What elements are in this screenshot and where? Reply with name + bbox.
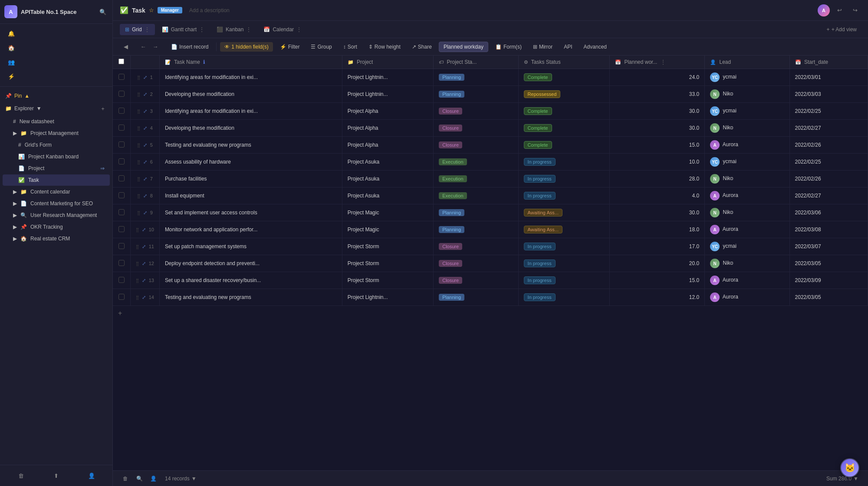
tab-calendar[interactable]: 📅 Calendar ⋮ bbox=[258, 24, 307, 35]
hidden-fields-button[interactable]: 👁 1 hidden field(s) bbox=[220, 42, 273, 52]
tab-gantt[interactable]: 📊 Gantt chart ⋮ bbox=[157, 24, 210, 35]
row-checkbox[interactable] bbox=[118, 294, 125, 300]
drag-handle[interactable]: ⣿ bbox=[136, 227, 139, 232]
table-row[interactable]: ⣿ ⤢ 13 Set up a shared disaster recovery… bbox=[113, 272, 868, 289]
row-height-button[interactable]: ⇕ Row height bbox=[364, 42, 405, 52]
insert-record-button[interactable]: 📄 Insert record bbox=[167, 42, 213, 52]
sidebar-item-real-estate[interactable]: ▶ 🏠 Real estate CRM bbox=[3, 233, 110, 244]
search-button[interactable]: 🔍 bbox=[98, 7, 108, 17]
tab-grid[interactable]: ⊞ Grid ⋮ bbox=[120, 24, 155, 35]
row-expand-button[interactable]: ⤢ bbox=[143, 108, 147, 114]
back-button[interactable]: ← bbox=[138, 42, 148, 52]
add-view-button[interactable]: + + Add view bbox=[822, 25, 861, 34]
col-planned-more[interactable]: ⋮ bbox=[659, 59, 667, 65]
drag-handle[interactable]: ⣿ bbox=[137, 109, 140, 114]
row-checkbox[interactable] bbox=[118, 175, 125, 181]
share-button[interactable]: ↗ Share bbox=[408, 42, 436, 52]
proj-status-badge[interactable]: Closure bbox=[439, 108, 462, 115]
sidebar-item-kanban[interactable]: 📊 Project Kanban board bbox=[3, 151, 110, 162]
grid-tab-more[interactable]: ⋮ bbox=[145, 26, 150, 33]
nav-notifications[interactable]: 🔔 bbox=[3, 27, 110, 40]
row-checkbox[interactable] bbox=[118, 74, 125, 80]
sidebar-toggle-button[interactable]: ◀ bbox=[120, 41, 132, 53]
star-icon[interactable]: ☆ bbox=[149, 7, 154, 13]
col-checkbox[interactable] bbox=[113, 56, 130, 69]
nav-home[interactable]: 🏠 bbox=[3, 41, 110, 55]
sidebar-item-grids-form[interactable]: # Grid's Form bbox=[3, 139, 110, 151]
task-status-badge[interactable]: Awaiting Ass... bbox=[524, 209, 562, 217]
table-row[interactable]: ⣿ ⤢ 6 Assess usability of hardware Proje… bbox=[113, 154, 868, 171]
proj-status-badge[interactable]: Closure bbox=[439, 125, 462, 131]
undo-button[interactable]: ↩ bbox=[833, 4, 845, 16]
table-row[interactable]: ⣿ ⤢ 12 Deploy endpoint detection and pre… bbox=[113, 255, 868, 272]
col-project[interactable]: 📁 Project bbox=[342, 56, 433, 69]
task-status-badge[interactable]: In progress bbox=[524, 243, 556, 250]
row-checkbox[interactable] bbox=[118, 260, 125, 266]
add-row-button[interactable]: + bbox=[113, 306, 868, 321]
col-task-name[interactable]: 📝 Task Name ℹ bbox=[159, 56, 342, 69]
select-all-checkbox[interactable] bbox=[118, 59, 124, 64]
search-bottom-button[interactable]: 🔍 bbox=[134, 473, 145, 484]
row-expand-button[interactable]: ⤢ bbox=[143, 159, 147, 164]
row-checkbox[interactable] bbox=[118, 192, 125, 198]
kanban-tab-more[interactable]: ⋮ bbox=[246, 26, 251, 33]
row-checkbox[interactable] bbox=[118, 108, 125, 114]
proj-status-badge[interactable]: Execution bbox=[439, 192, 467, 199]
task-status-badge[interactable]: In progress bbox=[524, 175, 556, 183]
row-expand-button[interactable]: ⤢ bbox=[142, 261, 146, 266]
table-row[interactable]: ⣿ ⤢ 2 Developing these modification Proj… bbox=[113, 86, 868, 103]
row-expand-button[interactable]: ⤢ bbox=[143, 176, 147, 181]
table-row[interactable]: ⣿ ⤢ 8 Install equipment Project Asuka Ex… bbox=[113, 187, 868, 204]
row-checkbox[interactable] bbox=[118, 91, 125, 97]
task-status-badge[interactable]: Complete bbox=[524, 107, 552, 115]
table-row[interactable]: ⣿ ⤢ 3 Identifying areas for modification… bbox=[113, 103, 868, 120]
row-checkbox[interactable] bbox=[118, 277, 125, 283]
group-button[interactable]: ☰ Group bbox=[306, 42, 336, 52]
row-expand-button[interactable]: ⤢ bbox=[143, 125, 147, 131]
pin-section[interactable]: 📌 Pin ▲ bbox=[0, 90, 112, 102]
row-expand-button[interactable]: ⤢ bbox=[143, 75, 147, 80]
col-project-status[interactable]: 🏷 Project Sta... bbox=[434, 56, 518, 69]
nav-automations[interactable]: ⚡ bbox=[3, 70, 110, 83]
drag-handle[interactable]: ⣿ bbox=[137, 92, 140, 97]
task-status-badge[interactable]: In progress bbox=[524, 158, 556, 166]
drag-handle[interactable]: ⣿ bbox=[137, 160, 140, 164]
description-placeholder[interactable]: Add a description bbox=[189, 7, 230, 13]
table-row[interactable]: ⣿ ⤢ 14 Testing and evaluating new progra… bbox=[113, 289, 868, 306]
proj-status-badge[interactable]: Closure bbox=[439, 260, 462, 267]
task-status-badge[interactable]: Complete bbox=[524, 141, 552, 149]
proj-status-badge[interactable]: Planning bbox=[439, 91, 464, 98]
task-status-badge[interactable]: Repossessed bbox=[524, 90, 561, 98]
sidebar-item-project-mgmt[interactable]: ▶ 📁 Project Management bbox=[3, 128, 110, 139]
row-expand-button[interactable]: ⤢ bbox=[142, 295, 146, 300]
col-start-date[interactable]: 📅 Start_date bbox=[789, 56, 868, 69]
drag-handle[interactable]: ⣿ bbox=[137, 210, 140, 215]
table-row[interactable]: ⣿ ⤢ 1 Identifying areas for modification… bbox=[113, 69, 868, 86]
sidebar-item-new-datasheet[interactable]: # New datasheet bbox=[3, 116, 110, 127]
sort-button[interactable]: ↕ Sort bbox=[339, 42, 362, 52]
row-checkbox[interactable] bbox=[118, 125, 125, 131]
drag-handle[interactable]: ⣿ bbox=[137, 75, 140, 80]
mirror-button[interactable]: ⊞ Mirror bbox=[529, 42, 557, 52]
row-checkbox[interactable] bbox=[118, 141, 125, 148]
task-status-badge[interactable]: In progress bbox=[524, 259, 556, 267]
sidebar-item-okr[interactable]: ▶ 📌 OKR Tracking bbox=[3, 221, 110, 233]
sidebar-item-user-research[interactable]: ▶ 🔍 User Research Management bbox=[3, 210, 110, 221]
row-checkbox[interactable] bbox=[118, 226, 125, 232]
row-expand-button[interactable]: ⤢ bbox=[143, 210, 147, 215]
user-bottom-button[interactable]: 👤 bbox=[148, 473, 159, 484]
drag-handle[interactable]: ⣿ bbox=[136, 244, 139, 249]
sidebar-item-content-cal[interactable]: ▶ 📁 Content calendar bbox=[3, 186, 110, 197]
task-status-badge[interactable]: In progress bbox=[524, 192, 556, 200]
filter-button[interactable]: ⚡ Filter bbox=[276, 42, 304, 52]
row-expand-button[interactable]: ⤢ bbox=[142, 278, 146, 283]
gantt-tab-more[interactable]: ⋮ bbox=[199, 26, 204, 33]
drag-handle[interactable]: ⣿ bbox=[136, 278, 139, 283]
col-tasks-status[interactable]: ⚙ Tasks Status bbox=[518, 56, 609, 69]
proj-status-badge[interactable]: Closure bbox=[439, 141, 462, 148]
table-row[interactable]: ⣿ ⤢ 11 Set up patch management systems P… bbox=[113, 238, 868, 255]
drag-handle[interactable]: ⣿ bbox=[137, 177, 140, 181]
row-expand-button[interactable]: ⤢ bbox=[143, 142, 147, 148]
row-expand-button[interactable]: ⤢ bbox=[143, 92, 147, 97]
redo-button[interactable]: ↪ bbox=[849, 4, 861, 16]
